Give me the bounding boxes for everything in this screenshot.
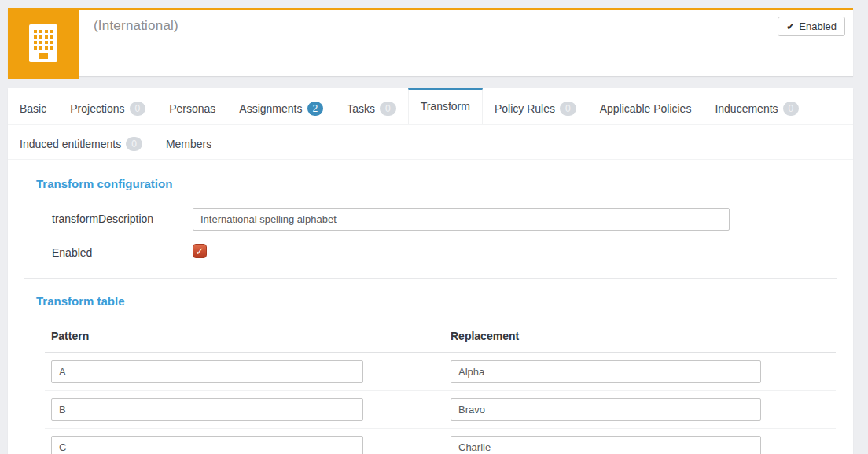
checkbox-check-icon: ✓	[196, 246, 204, 257]
tab-label: Basic	[20, 102, 46, 115]
tab-transform[interactable]: Transform	[408, 88, 483, 124]
tab-count-badge: 2	[307, 102, 324, 116]
tab-applicable-policies[interactable]: Applicable Policies	[588, 88, 704, 124]
tab-policy-rules[interactable]: Policy Rules0	[483, 88, 588, 124]
check-icon: ✔	[786, 21, 794, 32]
transform-tab-content: Transform configuration transformDescrip…	[8, 160, 853, 454]
transform-table-heading: Transform table	[36, 294, 837, 308]
transform-description-row: transformDescription	[52, 208, 837, 231]
tab-label: Members	[166, 138, 211, 150]
tab-projections[interactable]: Projections0	[58, 88, 157, 124]
tab-count-badge: 0	[130, 102, 146, 116]
replacement-input[interactable]	[451, 398, 761, 421]
table-row	[45, 353, 836, 390]
org-icon-tile	[8, 8, 79, 79]
tab-label: Induced entitlements	[20, 138, 121, 150]
enabled-checkbox[interactable]: ✓	[193, 244, 207, 258]
tab-count-badge: 0	[380, 102, 396, 116]
tab-assignments[interactable]: Assignments2	[227, 88, 335, 124]
transform-table: Pattern Replacement	[45, 325, 836, 454]
tab-label: Assignments	[239, 102, 302, 115]
tab-count-badge: 0	[126, 137, 142, 151]
tab-count-badge: 0	[783, 102, 800, 116]
tab-members[interactable]: Members	[154, 125, 223, 159]
tab-label: Applicable Policies	[600, 102, 692, 115]
enabled-status-badge[interactable]: ✔ Enabled	[778, 17, 845, 36]
replacement-column-header: Replacement	[444, 325, 836, 352]
object-details-panel: Basic Projections0 Personas Assignments2…	[8, 88, 853, 454]
transform-configuration-heading: Transform configuration	[36, 177, 837, 190]
transform-description-input[interactable]	[193, 208, 730, 231]
tab-tasks[interactable]: Tasks0	[335, 88, 407, 124]
enabled-row: Enabled ✓	[52, 242, 837, 259]
section-divider	[24, 278, 837, 279]
table-row	[45, 428, 836, 454]
enabled-label: Enabled	[52, 242, 193, 259]
tab-row-2: Induced entitlements0 Members	[8, 125, 853, 160]
tab-label: Projections	[70, 102, 124, 115]
tab-label: Tasks	[347, 102, 375, 115]
transform-description-label: transformDescription	[52, 208, 193, 225]
tab-row-1: Basic Projections0 Personas Assignments2…	[8, 88, 853, 125]
status-badge-label: Enabled	[799, 20, 837, 32]
tab-label: Personas	[169, 102, 215, 115]
tab-induced-entitlements[interactable]: Induced entitlements0	[8, 125, 154, 159]
pattern-input[interactable]	[51, 360, 363, 383]
page-title: (International)	[94, 18, 178, 34]
pattern-input[interactable]	[51, 398, 363, 421]
tab-label: Transform	[421, 100, 470, 113]
pattern-input[interactable]	[51, 436, 363, 454]
table-row	[45, 390, 836, 428]
tab-count-badge: 0	[560, 102, 576, 116]
tab-personas[interactable]: Personas	[157, 88, 227, 124]
pattern-column-header: Pattern	[45, 325, 444, 352]
object-summary-panel: (International) ✔ Enabled	[8, 8, 853, 76]
replacement-input[interactable]	[451, 360, 761, 383]
replacement-input[interactable]	[451, 436, 761, 454]
tab-basic[interactable]: Basic	[8, 88, 58, 124]
building-icon	[28, 24, 58, 63]
tab-inducements[interactable]: Inducements0	[703, 88, 811, 124]
tab-label: Inducements	[715, 102, 778, 115]
transform-table-header: Pattern Replacement	[45, 325, 836, 353]
tab-label: Policy Rules	[495, 102, 555, 115]
